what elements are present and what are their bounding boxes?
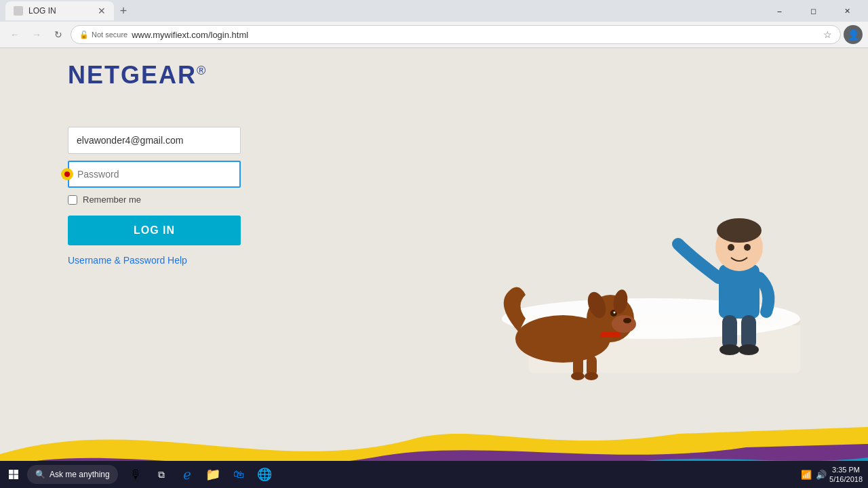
forward-button[interactable]: →: [27, 25, 46, 44]
not-secure-label: Not secure: [92, 30, 127, 39]
tab-favicon: [14, 6, 23, 16]
taskbar-search[interactable]: 🔍 Ask me anything: [27, 465, 118, 484]
help-link[interactable]: Username & Password Help: [68, 255, 305, 266]
taskbar-date: 5/16/2018: [829, 474, 863, 484]
svg-point-23: [719, 344, 740, 355]
login-panel: NETGEAR® Remember me LOG IN Username & P…: [68, 61, 305, 266]
page-content: NETGEAR® Remember me LOG IN Username & P…: [0, 47, 868, 488]
taskbar-pinned-items: 🎙 ⧉ ℯ 📁 🛍 🌐: [123, 462, 277, 487]
start-button[interactable]: [0, 461, 27, 488]
reload-button[interactable]: ↻: [49, 25, 68, 44]
svg-point-5: [612, 315, 636, 333]
window-controls: ‒ ◻ ✕: [764, 0, 863, 22]
taskbar-time: 3:35 PM: [829, 465, 863, 474]
security-indicator: 🔓 Not secure: [79, 30, 127, 39]
background-illustration: [393, 115, 834, 400]
search-icon: 🔍: [35, 470, 45, 479]
taskbar-tray: 📶 🔊 3:35 PM 5/16/2018: [801, 465, 868, 485]
taskbar-task-view[interactable]: ⧉: [149, 462, 174, 487]
svg-point-6: [623, 318, 631, 323]
taskbar-cortana[interactable]: 🎙: [123, 462, 148, 487]
title-bar: LOG IN ✕ + ‒ ◻ ✕: [0, 0, 868, 22]
password-input[interactable]: [68, 161, 241, 188]
network-icon: 📶: [801, 470, 812, 480]
close-button[interactable]: ✕: [831, 0, 863, 22]
password-field-group: [68, 161, 305, 188]
username-input[interactable]: [68, 127, 241, 154]
volume-icon: 🔊: [816, 470, 827, 480]
svg-point-20: [744, 244, 751, 251]
logo-text: NETGEAR: [68, 61, 197, 89]
svg-point-24: [738, 344, 759, 355]
svg-point-18: [717, 218, 762, 243]
bookmark-icon[interactable]: ☆: [823, 29, 832, 40]
svg-point-15: [585, 372, 598, 380]
svg-rect-25: [9, 470, 14, 474]
restore-button[interactable]: ◻: [797, 0, 829, 22]
remember-me-checkbox[interactable]: [68, 195, 77, 205]
svg-rect-21: [722, 315, 737, 349]
new-tab-button[interactable]: +: [114, 1, 133, 20]
svg-rect-26: [14, 470, 19, 474]
taskbar-explorer[interactable]: 📁: [201, 462, 225, 487]
browser-chrome: LOG IN ✕ + ‒ ◻ ✕ ← → ↻ 🔓 Not secure www.…: [0, 0, 868, 48]
search-placeholder: Ask me anything: [50, 470, 110, 479]
svg-rect-16: [719, 264, 760, 319]
yellow-indicator-dot: [61, 168, 73, 180]
address-bar: ← → ↻ 🔓 Not secure www.mywifiext.com/log…: [0, 22, 868, 47]
tab-title: LOG IN: [28, 6, 56, 16]
taskbar-clock: 3:35 PM 5/16/2018: [829, 465, 863, 485]
url-bar[interactable]: 🔓 Not secure www.mywifiext.com/login.htm…: [71, 25, 841, 44]
svg-point-19: [728, 244, 734, 251]
netgear-logo: NETGEAR®: [68, 61, 305, 89]
taskbar-edge[interactable]: ℯ: [175, 462, 199, 487]
svg-rect-28: [14, 475, 19, 480]
taskbar-chrome[interactable]: 🌐: [252, 462, 277, 487]
red-dot-inner: [64, 171, 70, 177]
registered-symbol: ®: [197, 64, 207, 77]
remember-me-label[interactable]: Remember me: [83, 195, 141, 205]
username-field-group: [68, 127, 305, 154]
taskbar-store[interactable]: 🛍: [226, 462, 251, 487]
new-tab-icon: +: [120, 4, 127, 18]
profile-icon[interactable]: 👤: [844, 25, 863, 44]
tab-close-button[interactable]: ✕: [98, 5, 106, 16]
password-wrapper: [68, 161, 241, 188]
tray-icons: 📶 🔊: [801, 470, 827, 480]
svg-rect-22: [741, 315, 756, 349]
svg-rect-27: [9, 475, 14, 480]
lock-icon: 🔓: [79, 30, 89, 39]
svg-point-14: [571, 372, 585, 380]
remember-me-group: Remember me: [68, 195, 305, 205]
back-button[interactable]: ←: [5, 25, 24, 44]
browser-tab[interactable]: LOG IN ✕: [5, 1, 114, 20]
login-button[interactable]: LOG IN: [68, 216, 241, 245]
url-text: www.mywifiext.com/login.html: [132, 30, 248, 40]
svg-point-8: [614, 312, 616, 314]
taskbar: 🔍 Ask me anything 🎙 ⧉ ℯ 📁 🛍 🌐 📶 🔊 3:35 P…: [0, 461, 868, 488]
svg-rect-11: [600, 332, 620, 338]
minimize-button[interactable]: ‒: [764, 0, 795, 22]
